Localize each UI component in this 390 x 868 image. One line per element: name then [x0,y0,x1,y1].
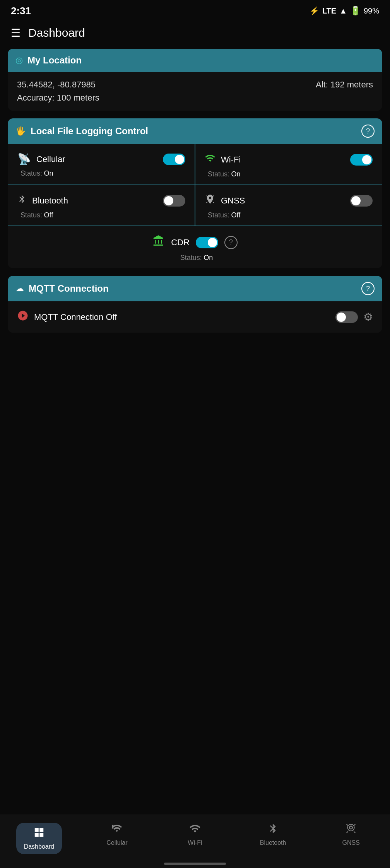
lte-label: LTE [322,7,336,15]
gnss-row: GNSS [205,194,373,207]
cellular-nav-icon [111,823,123,837]
mqtt-settings-icon[interactable]: ⚙ [363,311,373,323]
logging-card-title: Local File Logging Control [31,126,148,137]
cellular-toggle[interactable] [163,154,185,165]
gnss-nav-icon [345,823,357,837]
bluetooth-row: Bluetooth [17,194,185,207]
location-card: ◎ My Location 35.44582, -80.87985 Alt: 1… [8,49,382,111]
location-card-title: My Location [27,55,82,66]
logging-content: 📡 Cellular Status: On [8,144,382,268]
svg-point-2 [347,824,354,831]
cdr-status-label: Status: [177,254,202,261]
mqtt-content: MQTT Connection Off ⚙ [8,301,382,333]
bluetooth-status: Status: Off [17,211,185,219]
gnss-icon [205,194,216,207]
wifi-status-label: Status: [205,170,229,178]
cellular-status: Status: On [17,169,185,178]
nav-item-gnss[interactable]: GNSS [312,820,390,857]
bottom-nav: Dashboard Cellular Wi-Fi Bluetooth [0,815,390,868]
location-content: 35.44582, -80.87985 Alt: 192 meters Accu… [8,72,382,111]
hamburger-icon[interactable]: ☰ [11,27,21,39]
mqtt-card-title: MQTT Connection [29,283,109,294]
wifi-cell: Wi-Fi Status: On [195,144,382,185]
status-time: 2:31 [11,5,31,17]
dashboard-nav-label: Dashboard [24,843,54,850]
bluetooth-nav-label: Bluetooth [260,839,286,846]
location-icon: ◎ [15,55,23,65]
signal-icon: ⚡ [310,6,319,15]
wifi-nav-label: Wi-Fi [188,839,202,846]
svg-rect-0 [112,825,114,829]
nav-item-wifi[interactable]: Wi-Fi [156,820,234,857]
gnss-status-value: Off [231,211,240,219]
battery-icon: 🔋 [350,6,361,16]
bluetooth-icon [17,194,27,207]
bluetooth-status-value: Off [44,211,53,219]
mqtt-card-header-left: ☁ MQTT Connection [15,283,109,294]
mqtt-card-header: ☁ MQTT Connection ? [8,276,382,301]
logging-grid: 📡 Cellular Status: On [8,144,382,268]
mqtt-connection-label: MQTT Connection Off [34,312,330,322]
gnss-nav-label: GNSS [342,839,360,846]
cdr-label: CDR [171,238,190,248]
location-accuracy: Accuracy: 100 meters [17,93,99,103]
cdr-icon [152,235,165,250]
location-coords: 35.44582, -80.87985 [17,80,96,90]
gnss-status: Status: Off [205,211,373,219]
mqtt-card: ☁ MQTT Connection ? MQTT Connection Off … [8,276,382,333]
gnss-status-label: Status: [205,211,229,219]
battery-percent: 99% [364,7,379,15]
cellular-status-label: Status: [17,169,42,177]
cellular-cell: 📡 Cellular Status: On [8,144,195,185]
page-title: Dashboard [28,26,85,39]
header: ☰ Dashboard [0,20,390,49]
cellular-status-value: On [44,169,53,177]
cdr-help-icon[interactable]: ? [224,236,238,249]
bluetooth-cell: Bluetooth Status: Off [8,185,195,226]
signal-bars-icon: ▲ [339,7,347,15]
svg-point-1 [349,826,352,829]
bluetooth-nav-icon [268,823,279,837]
cdr-toggle[interactable] [196,237,218,248]
bluetooth-label: Bluetooth [32,196,157,206]
logging-card: 🖐 Local File Logging Control ? 📡 Cellula… [8,118,382,268]
wifi-label: Wi-Fi [221,155,345,165]
logging-card-header: 🖐 Local File Logging Control ? [8,118,382,144]
nav-item-cellular[interactable]: Cellular [78,820,156,857]
location-card-header-left: ◎ My Location [15,55,82,66]
wifi-row: Wi-Fi [205,153,373,166]
logging-card-header-left: 🖐 Local File Logging Control [15,126,148,137]
cellular-nav-label: Cellular [106,839,127,846]
cdr-status: Status: On [177,254,213,262]
gnss-toggle[interactable] [350,195,373,207]
cdr-cell: CDR ? Status: On [8,226,382,268]
mqtt-row: MQTT Connection Off ⚙ [17,310,373,324]
gnss-cell: GNSS Status: Off [195,185,382,226]
wifi-nav-icon [189,823,201,837]
home-indicator [164,863,226,865]
wifi-icon [205,153,216,166]
wifi-status-value: On [231,170,240,178]
bluetooth-toggle[interactable] [163,195,185,207]
cellular-row: 📡 Cellular [17,153,185,166]
mqtt-help-icon[interactable]: ? [361,282,375,295]
wifi-toggle[interactable] [350,154,373,166]
dashboard-nav-icon [33,827,45,841]
cellular-icon: 📡 [17,153,31,166]
mqtt-toggle[interactable] [335,311,358,323]
cellular-label: Cellular [36,154,157,164]
location-card-header: ◎ My Location [8,49,382,72]
mqtt-status-icon [17,310,29,324]
location-row: 35.44582, -80.87985 Alt: 192 meters [17,80,373,90]
cdr-row: CDR ? [152,235,238,250]
status-icons: ⚡ LTE ▲ 🔋 99% [310,6,379,16]
gnss-label: GNSS [221,196,345,206]
status-bar: 2:31 ⚡ LTE ▲ 🔋 99% [0,0,390,20]
logging-icon: 🖐 [15,126,26,136]
bluetooth-status-label: Status: [17,211,42,219]
cdr-status-value: On [204,254,213,261]
logging-help-icon[interactable]: ? [361,125,375,138]
mqtt-cloud-icon: ☁ [15,284,24,294]
nav-item-dashboard[interactable]: Dashboard [0,820,78,857]
nav-item-bluetooth[interactable]: Bluetooth [234,820,312,857]
